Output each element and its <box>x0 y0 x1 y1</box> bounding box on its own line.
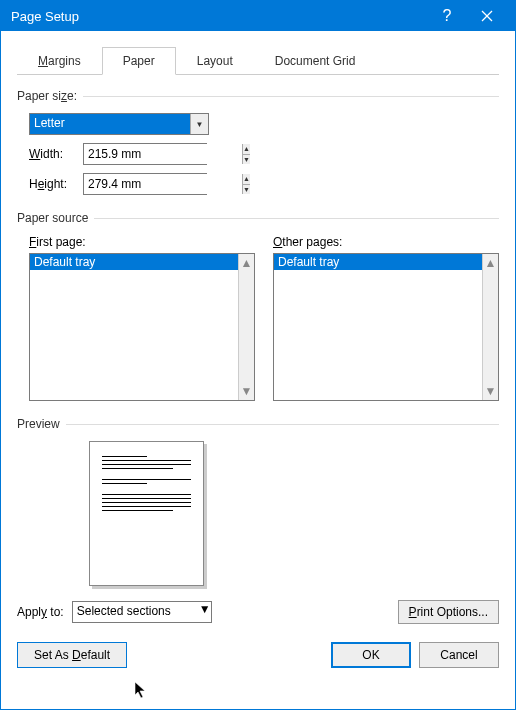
height-spin-buttons[interactable]: ▲▼ <box>242 174 250 194</box>
tab-paper[interactable]: Paper <box>102 47 176 75</box>
paper-size-value: Letter <box>30 114 190 134</box>
ok-button[interactable]: OK <box>331 642 411 668</box>
apply-to-value: Selected sections <box>73 602 199 622</box>
paper-size-combo[interactable]: Letter ▼ <box>29 113 209 135</box>
paper-size-group-label: Paper size: <box>17 89 499 103</box>
set-as-default-button[interactable]: Set As Default <box>17 642 127 668</box>
print-options-button[interactable]: Print Options... <box>398 600 499 624</box>
paper-source-group-label: Paper source <box>17 211 499 225</box>
width-label: Width: <box>29 147 83 161</box>
tab-margins[interactable]: Margins <box>17 47 102 75</box>
height-spinner[interactable]: ▲▼ <box>83 173 207 195</box>
apply-to-combo[interactable]: Selected sections ▼ <box>72 601 212 623</box>
height-input[interactable] <box>84 174 242 194</box>
title-bar: Page Setup ? <box>1 1 515 31</box>
other-pages-item[interactable]: Default tray <box>274 254 482 270</box>
preview-thumbnail <box>89 441 204 586</box>
tab-document-grid[interactable]: Document Grid <box>254 47 377 75</box>
scrollbar[interactable]: ▲▼ <box>482 254 498 400</box>
width-spinner[interactable]: ▲▼ <box>83 143 207 165</box>
window-title: Page Setup <box>11 9 427 24</box>
cancel-button[interactable]: Cancel <box>419 642 499 668</box>
tab-layout[interactable]: Layout <box>176 47 254 75</box>
first-page-label: First page: <box>29 235 255 249</box>
height-label: Height: <box>29 177 83 191</box>
close-icon <box>481 10 493 22</box>
other-pages-listbox[interactable]: Default tray ▲▼ <box>273 253 499 401</box>
chevron-down-icon: ▼ <box>190 114 208 134</box>
cursor-icon <box>134 681 148 703</box>
tabs: Margins Paper Layout Document Grid <box>17 45 499 75</box>
close-button[interactable] <box>467 2 507 30</box>
other-pages-label: Other pages: <box>273 235 499 249</box>
help-button[interactable]: ? <box>427 2 467 30</box>
first-page-item[interactable]: Default tray <box>30 254 238 270</box>
chevron-down-icon: ▼ <box>199 602 211 622</box>
first-page-listbox[interactable]: Default tray ▲▼ <box>29 253 255 401</box>
scrollbar[interactable]: ▲▼ <box>238 254 254 400</box>
preview-group-label: Preview <box>17 417 499 431</box>
width-spin-buttons[interactable]: ▲▼ <box>242 144 250 164</box>
width-input[interactable] <box>84 144 242 164</box>
apply-to-label: Apply to: <box>17 605 64 619</box>
